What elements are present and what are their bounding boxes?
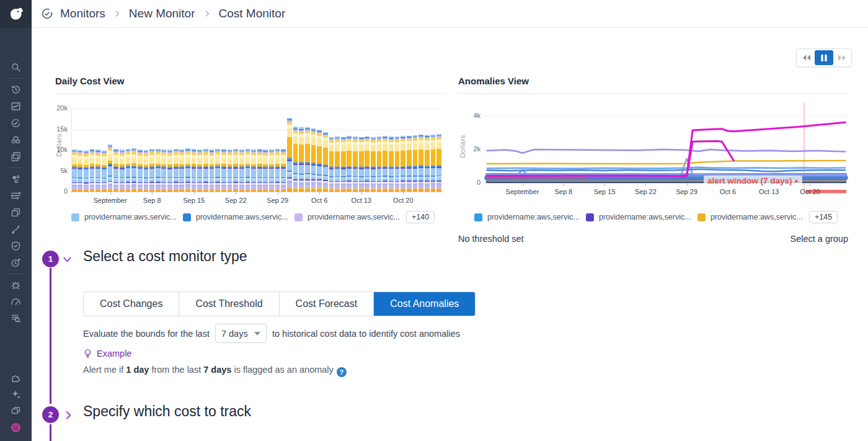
cost-bar-day-0[interactable] bbox=[72, 149, 77, 192]
cost-bar-day-4[interactable] bbox=[95, 149, 100, 192]
cost-bar-day-1[interactable] bbox=[78, 150, 82, 192]
security-icon[interactable] bbox=[6, 238, 27, 254]
monitors-icon[interactable] bbox=[6, 115, 27, 131]
cost-bar-day-16[interactable] bbox=[167, 149, 172, 192]
cost-bar-day-38[interactable] bbox=[299, 127, 304, 192]
cost-bar-day-52[interactable] bbox=[383, 136, 388, 192]
cost-bar-day-2[interactable] bbox=[84, 151, 89, 192]
cost-bar-day-15[interactable] bbox=[161, 149, 166, 192]
cost-bar-day-22[interactable] bbox=[203, 149, 208, 192]
breadcrumb-item-cost-monitor[interactable]: Cost Monitor bbox=[219, 7, 286, 20]
cost-bar-day-14[interactable] bbox=[156, 148, 161, 192]
cost-bar-day-13[interactable] bbox=[149, 149, 154, 192]
tab-cost-forecast[interactable]: Cost Forecast bbox=[280, 292, 374, 316]
cost-bar-day-46[interactable] bbox=[347, 136, 352, 192]
cost-bar-day-58[interactable] bbox=[418, 135, 423, 192]
section-1-title[interactable]: Select a cost monitor type bbox=[83, 248, 247, 265]
example-label[interactable]: Example bbox=[97, 349, 131, 359]
cost-bar-day-60[interactable] bbox=[431, 135, 436, 192]
daily-legend-item[interactable]: providername:aws,servic... bbox=[71, 213, 183, 221]
cost-bar-day-55[interactable] bbox=[401, 136, 405, 192]
log-explorer-icon[interactable] bbox=[6, 310, 27, 327]
watchdog-icon[interactable] bbox=[6, 131, 27, 148]
select-a-group-link[interactable]: Select a group bbox=[790, 234, 848, 244]
help-icon[interactable]: ? bbox=[337, 367, 347, 377]
cost-bar-day-43[interactable] bbox=[329, 137, 334, 192]
cost-bar-day-19[interactable] bbox=[185, 148, 190, 192]
bits-ai-icon[interactable] bbox=[6, 386, 27, 403]
apm-icon[interactable] bbox=[6, 204, 27, 221]
tab-cost-threshold[interactable]: Cost Threshold bbox=[179, 292, 279, 316]
cost-bar-day-57[interactable] bbox=[413, 135, 418, 192]
cost-bar-day-11[interactable] bbox=[138, 149, 143, 192]
error-tracking-icon[interactable] bbox=[6, 277, 27, 293]
cost-bar-day-3[interactable] bbox=[90, 149, 95, 192]
cost-bar-day-51[interactable] bbox=[377, 136, 382, 192]
cost-bar-day-10[interactable] bbox=[131, 148, 136, 192]
cost-bar-day-36[interactable] bbox=[287, 118, 292, 192]
cost-bar-day-41[interactable] bbox=[317, 130, 322, 192]
daily-legend-overflow-badge[interactable]: +140 bbox=[406, 211, 435, 223]
lookback-window-select[interactable]: 7 days bbox=[215, 324, 267, 343]
integrations-icon[interactable] bbox=[6, 369, 27, 386]
cost-bar-day-59[interactable] bbox=[425, 135, 430, 192]
cost-bar-day-17[interactable] bbox=[174, 149, 179, 192]
cost-bar-day-25[interactable] bbox=[221, 149, 226, 192]
infrastructure-icon[interactable] bbox=[6, 187, 27, 204]
cost-bar-day-53[interactable] bbox=[389, 136, 394, 192]
breadcrumb-item-new-monitor[interactable]: New Monitor bbox=[129, 7, 195, 20]
section-2-chevron-right-icon[interactable] bbox=[63, 409, 74, 421]
anomalies-legend-overflow-badge[interactable]: +145 bbox=[809, 211, 838, 223]
dashboards-icon[interactable] bbox=[6, 98, 27, 115]
datadog-logo[interactable] bbox=[0, 0, 32, 28]
cost-bar-day-56[interactable] bbox=[407, 136, 412, 192]
cost-bar-day-47[interactable] bbox=[353, 136, 358, 192]
cost-bar-day-31[interactable] bbox=[257, 149, 262, 192]
cost-bar-day-8[interactable] bbox=[120, 149, 125, 192]
notebooks-icon[interactable] bbox=[6, 148, 27, 165]
tab-cost-changes[interactable]: Cost Changes bbox=[84, 292, 179, 316]
anomalies-legend-item[interactable]: providername:aws,servic... bbox=[474, 213, 586, 221]
cost-bar-day-30[interactable] bbox=[251, 149, 256, 192]
cost-bar-day-7[interactable] bbox=[113, 149, 118, 192]
performance-icon[interactable] bbox=[6, 293, 27, 310]
synthetics-icon[interactable] bbox=[6, 254, 27, 271]
tab-cost-anomalies[interactable]: Cost Anomalies bbox=[374, 292, 475, 316]
pause-button[interactable] bbox=[815, 50, 833, 65]
fast-forward-button[interactable] bbox=[833, 50, 850, 65]
cost-bar-day-54[interactable] bbox=[395, 136, 400, 192]
user-avatar[interactable] bbox=[6, 419, 27, 436]
cost-bar-day-20[interactable] bbox=[192, 149, 197, 192]
cost-bar-day-21[interactable] bbox=[197, 149, 202, 192]
search-icon[interactable] bbox=[6, 59, 27, 76]
cost-bar-day-6[interactable] bbox=[108, 144, 113, 192]
workflows-icon[interactable] bbox=[6, 403, 27, 419]
cost-bar-day-34[interactable] bbox=[275, 149, 280, 192]
breadcrumb-item-monitors[interactable]: Monitors bbox=[60, 7, 105, 20]
cost-bar-day-27[interactable] bbox=[233, 149, 238, 192]
cost-bar-day-12[interactable] bbox=[144, 150, 149, 192]
daily-legend-item[interactable]: providername:aws,servic... bbox=[294, 213, 406, 221]
cost-bar-day-24[interactable] bbox=[215, 148, 220, 192]
cost-bar-day-26[interactable] bbox=[228, 149, 232, 192]
history-icon[interactable] bbox=[6, 81, 27, 98]
service-map-icon[interactable] bbox=[6, 171, 27, 187]
cost-bar-day-29[interactable] bbox=[246, 148, 250, 192]
traces-icon[interactable] bbox=[6, 221, 27, 238]
cost-bar-day-49[interactable] bbox=[365, 136, 370, 192]
cost-bar-day-23[interactable] bbox=[210, 149, 215, 192]
cost-bar-day-28[interactable] bbox=[239, 149, 244, 192]
rewind-button[interactable] bbox=[798, 50, 815, 65]
cost-bar-day-33[interactable] bbox=[269, 149, 274, 192]
section-2-title[interactable]: Specify which cost to track bbox=[83, 403, 251, 420]
daily-legend-item[interactable]: providername:aws,servic... bbox=[183, 213, 294, 221]
cost-bar-day-5[interactable] bbox=[102, 151, 107, 192]
section-1-chevron-down-icon[interactable] bbox=[61, 254, 73, 265]
cost-bar-day-50[interactable] bbox=[371, 137, 376, 192]
cost-bar-day-42[interactable] bbox=[323, 132, 328, 192]
cost-bar-day-48[interactable] bbox=[359, 137, 364, 192]
anomalies-legend-item[interactable]: providername:aws,servic... bbox=[698, 213, 809, 221]
anomalies-legend-item[interactable]: providername:aws,servic... bbox=[586, 213, 698, 221]
cost-bar-day-37[interactable] bbox=[293, 127, 298, 192]
cost-bar-day-9[interactable] bbox=[126, 148, 131, 192]
